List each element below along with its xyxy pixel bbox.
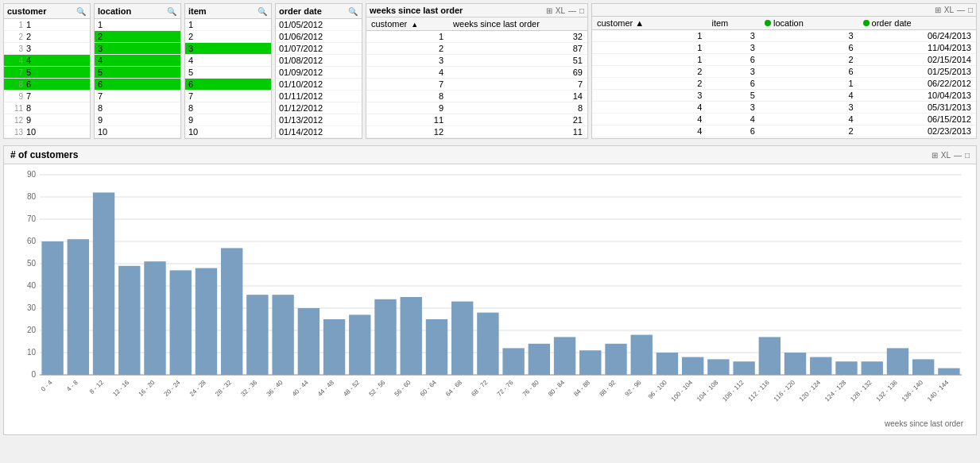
location-filter-row[interactable]: 10 (95, 126, 180, 138)
location-filter-row[interactable]: 2 (95, 31, 180, 43)
chart-icon-xl[interactable]: XL (941, 151, 951, 160)
item-filter-row[interactable]: 5 (185, 67, 271, 79)
item-search-icon[interactable]: 🔍 (257, 6, 268, 17)
location-filter-row[interactable]: 8 (95, 102, 180, 114)
location-filter-row[interactable]: 5 (95, 67, 180, 79)
location-filter-row[interactable]: 3 (95, 43, 180, 55)
weeks-icon-page[interactable]: ⊞ (546, 6, 552, 15)
order-date-filter-row[interactable]: 01/07/2012 (276, 43, 362, 55)
order-date-filter-row[interactable]: 01/09/2012 (276, 67, 362, 79)
chart-bar[interactable] (579, 350, 601, 375)
detail-date-cell: 11/04/2013 (858, 42, 976, 54)
order-date-filter-row[interactable]: 01/10/2012 (276, 79, 362, 91)
customer-filter-row[interactable]: 1310 (4, 126, 90, 138)
location-filter-row[interactable]: 9 (95, 114, 180, 126)
customer-search-icon[interactable]: 🔍 (76, 6, 87, 17)
detail-customer-cell: 2 (592, 78, 707, 90)
order-date-filter-row[interactable]: 01/14/2012 (276, 126, 362, 138)
weeks-icon-maximize[interactable]: □ (579, 6, 584, 15)
detail-icon-page[interactable]: ⊞ (935, 6, 941, 14)
row-value: 10 (98, 127, 177, 137)
customer-filter-row[interactable]: 75 (4, 67, 90, 79)
customer-filter-row[interactable]: 22 (4, 31, 90, 43)
chart-bar[interactable] (657, 353, 678, 375)
chart-bar[interactable] (554, 337, 575, 375)
chart-bar[interactable] (605, 344, 626, 375)
chart-bar[interactable] (835, 361, 857, 375)
chart-bar[interactable] (374, 299, 396, 375)
item-filter-row[interactable]: 2 (185, 31, 271, 43)
chart-bar[interactable] (426, 319, 447, 375)
chart-bar[interactable] (733, 361, 754, 375)
customer-filter-header: customer 🔍 (4, 4, 90, 19)
location-filter-row[interactable]: 7 (95, 91, 180, 102)
weeks-col-customer[interactable]: customer ▲ (366, 17, 448, 31)
item-filter-row[interactable]: 7 (185, 91, 271, 102)
chart-icon-maximize[interactable]: □ (965, 151, 970, 160)
chart-bar[interactable] (862, 361, 883, 375)
weeks-table: customer ▲ weeks since last order 132287… (366, 17, 587, 138)
chart-bar[interactable] (246, 295, 268, 375)
customer-filter-row[interactable]: 11 (4, 19, 90, 31)
chart-bar[interactable] (502, 348, 524, 375)
location-filter-row[interactable]: 6 (95, 79, 180, 91)
row-value: 01/13/2012 (279, 115, 358, 125)
chart-bar[interactable] (118, 266, 140, 375)
chart-bar[interactable] (784, 353, 806, 375)
order-date-filter-row[interactable]: 01/06/2012 (276, 31, 362, 43)
item-filter-row[interactable]: 4 (185, 55, 271, 67)
chart-bar[interactable] (170, 270, 192, 375)
item-filter-row[interactable]: 6 (185, 79, 271, 91)
chart-icon-minimize[interactable]: — (954, 151, 962, 160)
item-filter-row[interactable]: 9 (185, 114, 271, 126)
chart-bar[interactable] (221, 248, 242, 375)
chart-bar[interactable] (349, 314, 370, 375)
chart-bar[interactable] (272, 295, 293, 375)
order-date-filter-row[interactable]: 01/11/2012 (276, 91, 362, 102)
chart-bar[interactable] (196, 268, 217, 375)
location-search-icon[interactable]: 🔍 (166, 6, 177, 17)
order-date-filter-row[interactable]: 01/12/2012 (276, 102, 362, 114)
weeks-icon-xl[interactable]: XL (556, 6, 565, 15)
chart-bar[interactable] (477, 313, 498, 375)
customer-filter-row[interactable]: 33 (4, 43, 90, 55)
customer-filter-row[interactable]: 97 (4, 91, 90, 102)
detail-icon-xl[interactable]: XL (944, 6, 954, 14)
item-filter-row[interactable]: 1 (185, 19, 271, 31)
detail-icon-minimize[interactable]: — (957, 6, 965, 14)
chart-bar[interactable] (298, 308, 320, 375)
chart-bar[interactable] (68, 239, 89, 375)
chart-bar[interactable] (938, 368, 959, 375)
chart-bar[interactable] (631, 335, 653, 375)
weeks-weeks-cell: 51 (448, 55, 587, 67)
chart-bar[interactable] (682, 357, 703, 375)
chart-bar[interactable] (41, 241, 63, 375)
chart-icon-page[interactable]: ⊞ (932, 151, 938, 160)
chart-bar[interactable] (144, 261, 165, 375)
chart-bar[interactable] (810, 357, 831, 375)
customer-filter-row[interactable]: 118 (4, 102, 90, 114)
chart-bar[interactable] (529, 344, 550, 375)
order-date-filter-row[interactable]: 01/08/2012 (276, 55, 362, 67)
chart-bar[interactable] (93, 192, 114, 375)
chart-bar[interactable] (759, 337, 781, 375)
item-filter-row[interactable]: 3 (185, 43, 271, 55)
customer-filter-row[interactable]: 44 (4, 55, 90, 67)
item-filter-row[interactable]: 8 (185, 102, 271, 114)
detail-icon-maximize[interactable]: □ (968, 6, 973, 14)
order-date-search-icon[interactable]: 🔍 (347, 6, 358, 17)
customer-filter-row[interactable]: 86 (4, 79, 90, 91)
customer-filter-row[interactable]: 129 (4, 114, 90, 126)
order-date-filter-row[interactable]: 01/05/2012 (276, 19, 362, 31)
order-date-filter-row[interactable]: 01/13/2012 (276, 114, 362, 126)
chart-bar[interactable] (323, 319, 345, 375)
chart-bar[interactable] (451, 302, 473, 375)
chart-bar[interactable] (707, 359, 729, 375)
weeks-icon-minimize[interactable]: — (568, 6, 576, 15)
location-filter-row[interactable]: 4 (95, 55, 180, 67)
chart-bar[interactable] (401, 297, 422, 375)
chart-bar[interactable] (887, 348, 908, 375)
location-filter-row[interactable]: 1 (95, 19, 180, 31)
chart-bar[interactable] (912, 359, 934, 375)
item-filter-row[interactable]: 10 (185, 126, 271, 138)
